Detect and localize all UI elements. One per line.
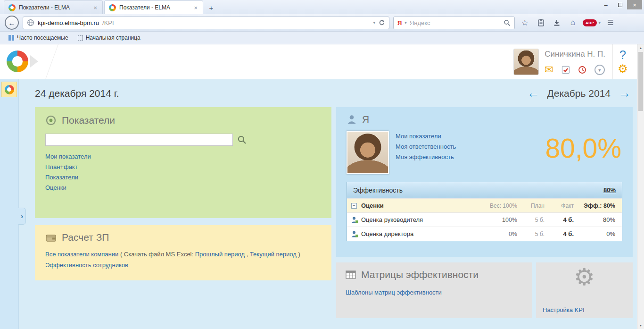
link-previous-period[interactable]: Прошлый период bbox=[195, 251, 245, 258]
browser-tab-1[interactable]: Показатели - ELMA × bbox=[4, 0, 103, 14]
salary-line-1: Все показатели компании ( Скачать файл M… bbox=[45, 249, 321, 260]
url-bar[interactable]: kpi-demo.elma-bpm.ru/KPI ▾ bbox=[23, 17, 389, 29]
site-body: › 24 декабря 2014 г. ← Декабрь 2014 → bbox=[0, 79, 644, 329]
page-scrollbar[interactable]: ▲ ▼ bbox=[637, 44, 644, 329]
prev-month-button[interactable]: ← bbox=[527, 87, 540, 100]
target-icon bbox=[45, 115, 57, 126]
row-plan: 5 б. bbox=[522, 231, 549, 237]
left-module-rail: › bbox=[0, 79, 19, 329]
browser-tab-2-active[interactable]: Показатели - ELMA × bbox=[104, 0, 203, 14]
indicators-search-icon[interactable] bbox=[237, 135, 247, 144]
bookmark-star-icon[interactable]: ☆ bbox=[519, 18, 531, 28]
logo-chevron-icon bbox=[30, 55, 44, 67]
site-header: Синичкина Н. П. ✉ ▾ ? ⚙ bbox=[0, 44, 644, 79]
link-my-effectiveness[interactable]: Моя эффективность bbox=[396, 153, 456, 160]
kpi-module-icon[interactable] bbox=[1, 82, 17, 97]
link-my-indicators[interactable]: Мои показатели bbox=[45, 153, 321, 160]
bookmark-label: Часто посещаемые bbox=[17, 34, 68, 41]
link-my-responsibility[interactable]: Моя ответственность bbox=[396, 143, 456, 150]
tab-close-icon[interactable]: × bbox=[92, 4, 98, 11]
col-weight-header: Вес: 100% bbox=[470, 202, 522, 209]
search-bar[interactable]: Я ▾ bbox=[393, 17, 515, 29]
home-icon[interactable]: ⌂ bbox=[567, 18, 579, 27]
adblock-button[interactable]: ABP ▾ bbox=[583, 19, 601, 26]
window-restore-button[interactable] bbox=[613, 0, 627, 9]
excel-text: ( Скачать файл MS Excel: bbox=[120, 251, 195, 258]
url-domain: kpi-demo.elma-bpm.ru bbox=[38, 19, 99, 26]
header-diagonal-divider bbox=[45, 44, 58, 79]
effectiveness-percent-link[interactable]: 80% bbox=[603, 186, 616, 194]
link-indicators[interactable]: Показатели bbox=[45, 174, 321, 181]
table-header-label: Эффективность bbox=[353, 186, 403, 194]
link-employee-effectiveness[interactable]: Эффективность сотрудников bbox=[45, 262, 128, 269]
expand-sidebar-button[interactable]: › bbox=[18, 208, 26, 225]
table-row[interactable]: Оценка директора 0% 5 б. 4 б. 0% bbox=[347, 227, 622, 241]
search-input[interactable] bbox=[410, 19, 501, 26]
panel-title: Матрицы эффективности bbox=[361, 269, 479, 280]
link-my-indicators[interactable]: Мои показатели bbox=[396, 133, 456, 140]
chevron-down-circle-icon[interactable]: ▾ bbox=[594, 65, 605, 75]
messages-icon[interactable]: ✉ bbox=[545, 65, 553, 75]
main-content: 24 декабря 2014 г. ← Декабрь 2014 → bbox=[19, 79, 644, 329]
user-name[interactable]: Синичкина Н. П. bbox=[545, 50, 605, 59]
reload-icon[interactable] bbox=[379, 19, 385, 26]
dashed-page-icon bbox=[78, 35, 83, 41]
downloads-icon[interactable] bbox=[551, 19, 563, 26]
menu-icon[interactable]: ☰ bbox=[604, 18, 617, 27]
link-matrix-templates[interactable]: Шаблоны матриц эффективности bbox=[346, 289, 442, 296]
table-group-row[interactable]: − Оценки Вес: 100% План Факт Эфф.: 80% bbox=[347, 198, 622, 212]
new-tab-button[interactable]: + bbox=[205, 3, 218, 13]
yandex-icon[interactable]: Я bbox=[397, 19, 402, 26]
elma-favicon-icon bbox=[8, 4, 16, 11]
profile-photo[interactable] bbox=[347, 131, 389, 174]
back-button[interactable]: ← bbox=[5, 16, 19, 30]
globe-icon bbox=[27, 19, 34, 26]
panel-title: Расчет ЗП bbox=[62, 232, 109, 243]
scroll-up-icon[interactable]: ▲ bbox=[637, 44, 644, 51]
elma-logo[interactable] bbox=[7, 51, 28, 72]
link-current-period[interactable]: Текущий период bbox=[250, 251, 297, 258]
scroll-down-icon[interactable]: ▼ bbox=[637, 322, 644, 329]
window-minimize-button[interactable]: – bbox=[599, 0, 613, 9]
bookmarks-panel-icon[interactable] bbox=[535, 19, 547, 26]
adblock-icon: ABP bbox=[583, 19, 597, 26]
user-avatar[interactable] bbox=[513, 49, 539, 75]
me-panel: Я Мои показатели Моя ответственность Моя… bbox=[336, 107, 633, 257]
matrices-panel: Матрицы эффективности Шаблоны матриц эфф… bbox=[336, 262, 532, 318]
big-gear-icon: ⚙ bbox=[574, 265, 595, 289]
bookmark-start-page[interactable]: Начальная страница bbox=[73, 32, 145, 44]
search-engine-dropdown-icon[interactable]: ▾ bbox=[405, 20, 407, 25]
link-plan-fact[interactable]: План+факт bbox=[45, 163, 321, 170]
settings-gear-icon[interactable]: ⚙ bbox=[616, 62, 630, 76]
link-evaluations[interactable]: Оценки bbox=[45, 184, 321, 191]
link-all-company-indicators[interactable]: Все показатели компании bbox=[45, 251, 118, 258]
salary-line-2: Эффективность сотрудников bbox=[45, 260, 321, 271]
matrix-grid-icon bbox=[346, 270, 356, 279]
indicators-search-input[interactable] bbox=[45, 134, 233, 146]
effectiveness-big-value: 80,0% bbox=[545, 135, 622, 174]
table-row[interactable]: Оценка руководителя 100% 5 б. 4 б. 80% bbox=[347, 212, 622, 227]
evaluation-person-icon bbox=[351, 230, 358, 238]
panel-title: Я bbox=[362, 114, 369, 125]
reports-clock-icon[interactable] bbox=[578, 66, 586, 74]
row-eff: 0% bbox=[578, 230, 622, 237]
effectiveness-table: Эффективность 80% − Оценки Вес: 100% Пла… bbox=[347, 182, 622, 241]
row-weight: 0% bbox=[470, 231, 522, 237]
url-dropdown-icon[interactable]: ▾ bbox=[373, 20, 375, 25]
search-icon[interactable] bbox=[504, 19, 511, 26]
link-kpi-settings[interactable]: Настройка KPI bbox=[543, 306, 585, 313]
col-fact-header: Факт bbox=[549, 202, 578, 209]
bookmark-frequently-visited[interactable]: Часто посещаемые bbox=[4, 32, 73, 44]
elma-favicon-icon bbox=[109, 4, 116, 11]
tab-close-icon[interactable]: × bbox=[193, 4, 198, 11]
tasks-icon[interactable] bbox=[561, 66, 570, 74]
window-close-button[interactable]: × bbox=[627, 0, 642, 9]
browser-tab-bar: Показатели - ELMA × Показатели - ELMA × … bbox=[0, 0, 644, 14]
paren-text: ) bbox=[297, 251, 300, 258]
scrollbar-thumb[interactable] bbox=[638, 52, 643, 111]
salary-panel: Расчет ЗП Все показатели компании ( Скач… bbox=[35, 225, 331, 280]
next-month-button[interactable]: → bbox=[618, 87, 631, 100]
help-button[interactable]: ? bbox=[616, 48, 630, 62]
bookmarks-bar: Часто посещаемые Начальная страница bbox=[0, 32, 644, 44]
collapse-toggle-icon[interactable]: − bbox=[351, 203, 357, 209]
